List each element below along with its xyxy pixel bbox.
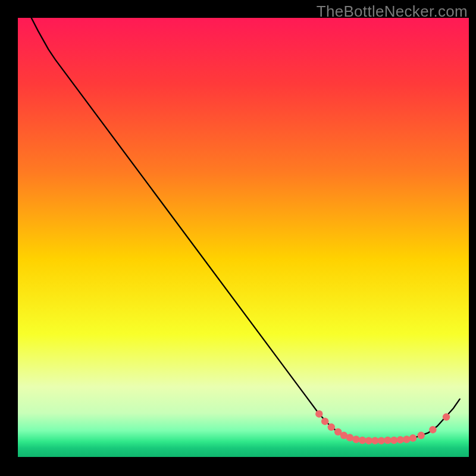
curve-marker: [443, 414, 450, 421]
curve-marker: [384, 437, 391, 444]
curve-marker: [328, 424, 335, 431]
curve-marker: [371, 437, 378, 444]
curve-marker: [429, 426, 436, 433]
curve-marker: [409, 434, 416, 441]
curve-marker: [359, 437, 366, 444]
watermark-text: TheBottleNecker.com: [317, 2, 468, 21]
curve-marker: [418, 432, 425, 439]
curve-marker: [365, 437, 372, 444]
bottleneck-chart: [0, 0, 476, 476]
curve-marker: [315, 411, 322, 418]
chart-container: TheBottleNecker.com: [0, 0, 476, 476]
gradient-background: [18, 18, 469, 457]
curve-marker: [321, 418, 328, 425]
curve-marker: [403, 436, 410, 443]
curve-marker: [378, 437, 385, 444]
curve-marker: [397, 436, 404, 443]
curve-marker: [352, 436, 359, 443]
curve-marker: [346, 434, 353, 441]
curve-marker: [390, 437, 397, 444]
